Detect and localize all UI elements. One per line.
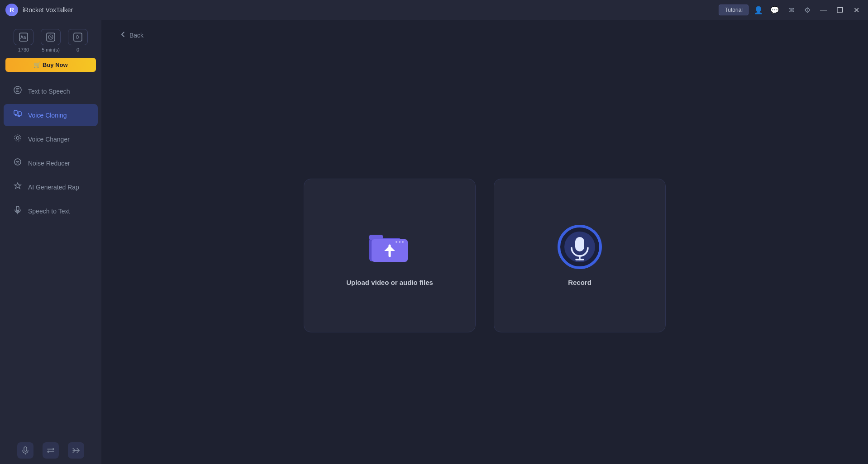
title-bar-right: Tutorial 👤 💬 ✉ ⚙ — ❐ ✕	[719, 4, 863, 16]
time-icon	[41, 29, 61, 45]
svg-rect-10	[18, 112, 21, 116]
svg-point-22	[399, 241, 401, 243]
title-bar-left: R iRocket VoxTalker	[5, 4, 73, 16]
text-to-speech-icon	[13, 85, 23, 97]
main-layout: Aa 1730 5 min(s)	[0, 20, 868, 464]
time-value: 5 min(s)	[42, 47, 60, 52]
back-button[interactable]: Back	[119, 31, 143, 39]
stats-row: Aa 1730 5 min(s)	[0, 25, 101, 58]
content-area: Back	[101, 20, 868, 464]
svg-line-5	[51, 37, 52, 38]
chars-icon: Aa	[14, 29, 33, 45]
svg-rect-27	[575, 237, 584, 251]
svg-rect-9	[14, 110, 17, 114]
svg-point-21	[396, 241, 397, 243]
svg-point-23	[402, 241, 404, 243]
sidebar-item-noise-reducer[interactable]: Noise Reducer	[4, 152, 98, 174]
discord-icon-button[interactable]: 💬	[768, 4, 781, 16]
svg-point-13	[14, 159, 21, 165]
svg-text:Aa: Aa	[20, 35, 26, 40]
record-icon	[557, 224, 602, 270]
buy-now-button[interactable]: 🛒 Buy Now	[5, 58, 96, 72]
voice-changer-icon	[13, 133, 23, 145]
noise-reducer-label: Noise Reducer	[28, 160, 70, 167]
mail-icon-button[interactable]: ✉	[785, 4, 797, 16]
speech-to-text-icon	[13, 205, 23, 217]
svg-text:0: 0	[76, 34, 79, 40]
ai-rap-icon	[13, 181, 23, 193]
sidebar-item-ai-generated-rap[interactable]: AI Generated Rap	[4, 176, 98, 198]
svg-rect-16	[24, 447, 27, 451]
minimize-button[interactable]: —	[817, 4, 830, 16]
close-button[interactable]: ✕	[850, 4, 863, 16]
count-value: 0	[76, 47, 79, 52]
voice-changer-label: Voice Changer	[28, 136, 70, 143]
text-to-speech-label: Text to Speech	[28, 88, 70, 95]
svg-point-11	[16, 137, 19, 139]
back-label: Back	[129, 32, 143, 39]
record-card-label: Record	[568, 279, 591, 286]
noise-reducer-icon	[13, 157, 23, 169]
user-icon-button[interactable]: 👤	[752, 4, 765, 16]
shuffle-bottom-button[interactable]	[68, 442, 84, 459]
mic-bottom-button[interactable]	[17, 442, 33, 459]
sidebar-item-speech-to-text[interactable]: Speech to Text	[4, 200, 98, 222]
ai-rap-label: AI Generated Rap	[28, 184, 79, 191]
sidebar-item-voice-cloning[interactable]: Voice Cloning	[4, 104, 98, 126]
sidebar-bottom	[0, 437, 101, 464]
record-card[interactable]: Record	[494, 179, 666, 332]
back-chevron-icon	[119, 31, 127, 39]
settings-icon-button[interactable]: ⚙	[801, 4, 814, 16]
voice-cloning-icon	[13, 109, 23, 121]
count-icon: 0	[68, 29, 88, 45]
app-title: iRocket VoxTalker	[23, 6, 73, 14]
sidebar-item-text-to-speech[interactable]: Text to Speech	[4, 80, 98, 102]
title-bar: R iRocket VoxTalker Tutorial 👤 💬 ✉ ⚙ — ❐…	[0, 0, 868, 20]
svg-rect-14	[16, 206, 19, 211]
loop-bottom-button[interactable]	[43, 442, 59, 459]
svg-point-12	[14, 135, 21, 141]
app-icon: R	[5, 4, 18, 16]
cards-container: Upload video or audio files	[119, 57, 850, 453]
voice-cloning-label: Voice Cloning	[28, 112, 67, 119]
sidebar-item-voice-changer[interactable]: Voice Changer	[4, 128, 98, 150]
upload-card-label: Upload video or audio files	[346, 279, 433, 286]
stat-time: 5 min(s)	[41, 29, 61, 52]
stat-count: 0 0	[68, 29, 88, 52]
speech-to-text-label: Speech to Text	[28, 208, 70, 215]
chars-value: 1730	[18, 47, 29, 52]
sidebar: Aa 1730 5 min(s)	[0, 20, 101, 464]
stat-chars: Aa 1730	[14, 29, 33, 52]
upload-card[interactable]: Upload video or audio files	[304, 179, 476, 332]
tutorial-button[interactable]: Tutorial	[719, 5, 749, 15]
upload-icon	[367, 224, 412, 270]
maximize-button[interactable]: ❐	[834, 4, 846, 16]
